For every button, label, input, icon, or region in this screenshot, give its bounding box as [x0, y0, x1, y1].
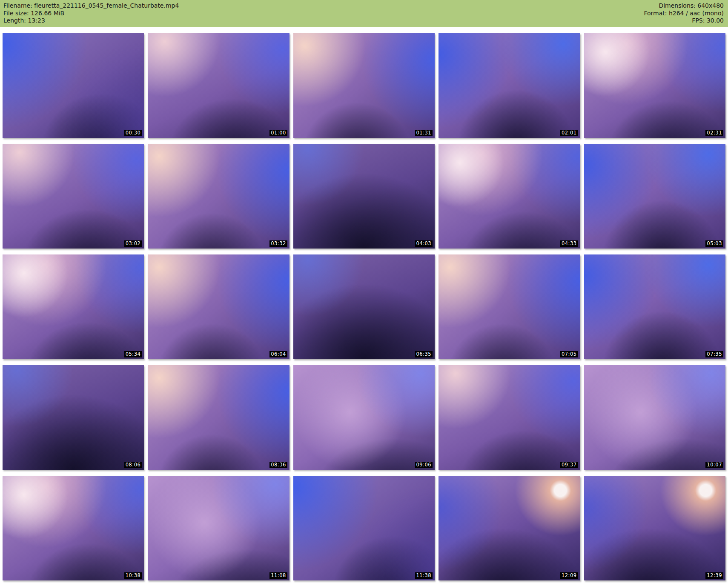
timestamp-badge: 11:38	[415, 572, 433, 579]
file-info-right: Dimensions: 640x480 Format: h264 / aac (…	[644, 2, 724, 27]
dimensions-label: Dimensions:	[659, 2, 695, 9]
video-thumbnail[interactable]: 10:38	[3, 476, 144, 580]
video-thumbnail[interactable]: 04:03	[293, 144, 435, 249]
timestamp-badge: 10:38	[124, 572, 142, 579]
video-thumbnail[interactable]: 02:01	[439, 33, 580, 138]
timestamp-badge: 02:31	[705, 130, 723, 136]
fps-line: FPS: 30.00	[644, 17, 724, 25]
video-contact-sheet: Filename: fleuretta_221116_0545_female_C…	[0, 0, 728, 580]
timestamp-badge: 06:04	[269, 351, 287, 357]
timestamp-badge: 10:07	[705, 462, 723, 468]
timestamp-badge: 11:08	[269, 572, 287, 579]
timestamp-badge: 08:06	[124, 462, 142, 468]
video-thumbnail[interactable]: 02:31	[584, 33, 725, 138]
timestamp-badge: 09:06	[415, 462, 433, 468]
dimensions-line: Dimensions: 640x480	[644, 2, 724, 10]
length-value: 13:23	[28, 17, 45, 24]
video-thumbnail[interactable]: 00:30	[3, 33, 144, 138]
timestamp-badge: 03:32	[269, 240, 287, 247]
timestamp-badge: 04:33	[560, 240, 578, 247]
timestamp-badge: 06:35	[415, 351, 433, 357]
timestamp-badge: 07:35	[705, 351, 723, 357]
fps-value: 30.00	[707, 17, 724, 24]
video-thumbnail[interactable]: 03:32	[148, 144, 289, 249]
timestamp-badge: 02:01	[560, 130, 578, 136]
timestamp-badge: 09:37	[560, 462, 578, 468]
video-thumbnail[interactable]: 11:08	[148, 476, 289, 580]
filename-value: fleuretta_221116_0545_female_Chaturbate.…	[34, 2, 179, 9]
filesize-line: File size: 126.66 MiB	[3, 10, 179, 17]
video-thumbnail[interactable]: 05:34	[3, 254, 144, 359]
timestamp-badge: 12:39	[705, 572, 723, 579]
video-thumbnail[interactable]: 07:05	[439, 254, 580, 359]
timestamp-badge: 00:30	[124, 130, 142, 136]
timestamp-badge: 04:03	[415, 240, 433, 247]
length-label: Length:	[3, 17, 26, 24]
video-thumbnail[interactable]: 03:02	[3, 144, 144, 249]
video-thumbnail[interactable]: 12:39	[584, 476, 725, 580]
timestamp-badge: 07:05	[560, 351, 578, 357]
video-thumbnail[interactable]: 01:00	[148, 33, 289, 138]
fps-label: FPS:	[692, 17, 705, 24]
timestamp-badge: 08:36	[269, 462, 287, 468]
video-thumbnail[interactable]: 12:09	[439, 476, 580, 580]
timestamp-badge: 12:09	[560, 572, 578, 579]
dimensions-value: 640x480	[697, 2, 724, 9]
length-line: Length: 13:23	[3, 17, 179, 25]
format-label: Format:	[644, 10, 667, 17]
filesize-value: 126.66 MiB	[31, 10, 64, 17]
video-thumbnail[interactable]: 01:31	[293, 33, 435, 138]
timestamp-badge: 01:00	[269, 130, 287, 136]
timestamp-badge: 03:02	[124, 240, 142, 247]
video-thumbnail[interactable]: 09:37	[439, 365, 580, 470]
video-thumbnail[interactable]: 05:03	[584, 144, 725, 249]
timestamp-badge: 01:31	[415, 130, 433, 136]
video-thumbnail[interactable]: 08:06	[3, 365, 144, 470]
filesize-label: File size:	[3, 10, 29, 17]
video-thumbnail[interactable]: 07:35	[584, 254, 725, 359]
video-thumbnail[interactable]: 08:36	[148, 365, 289, 470]
timestamp-badge: 05:03	[705, 240, 723, 247]
file-info-left: Filename: fleuretta_221116_0545_female_C…	[3, 2, 179, 27]
filename-line: Filename: fleuretta_221116_0545_female_C…	[3, 2, 179, 10]
video-thumbnail[interactable]: 11:38	[293, 476, 435, 580]
filename-label: Filename:	[3, 2, 32, 9]
video-thumbnail[interactable]: 06:35	[293, 254, 435, 359]
video-thumbnail[interactable]: 09:06	[293, 365, 435, 470]
thumbnail-grid: 00:3001:0001:3102:0102:3103:0203:3204:03…	[3, 33, 725, 580]
format-value: h264 / aac (mono)	[669, 10, 724, 17]
video-thumbnail[interactable]: 06:04	[148, 254, 289, 359]
file-info-header: Filename: fleuretta_221116_0545_female_C…	[0, 0, 728, 27]
video-thumbnail[interactable]: 10:07	[584, 365, 725, 470]
video-thumbnail[interactable]: 04:33	[439, 144, 580, 249]
format-line: Format: h264 / aac (mono)	[644, 10, 724, 17]
timestamp-badge: 05:34	[124, 351, 142, 357]
